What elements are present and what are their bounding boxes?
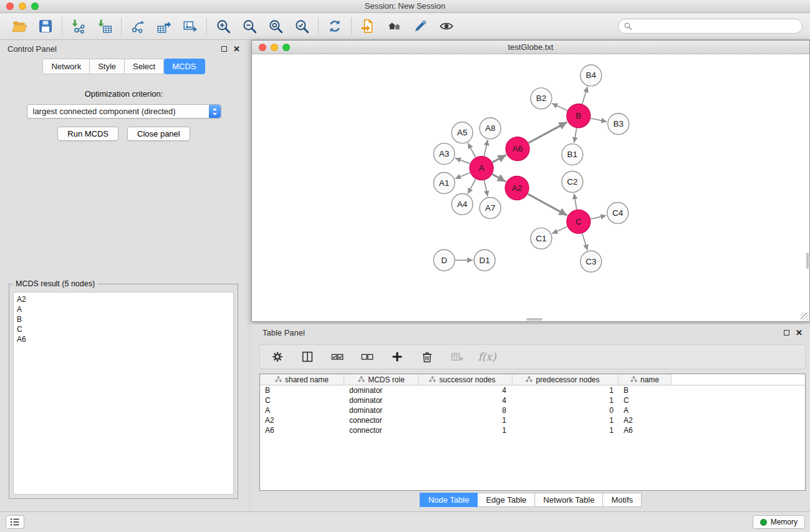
optimization-dropdown[interactable]: largest connected component (directed)	[27, 104, 221, 118]
graph-edge-A-A6[interactable]	[493, 155, 506, 163]
export-image-button[interactable]	[177, 15, 203, 37]
mcds-result-list[interactable]: A2ABCA6	[13, 292, 234, 495]
table-row[interactable]: A2connector11A2	[260, 415, 805, 425]
refresh-layout-button[interactable]	[322, 15, 348, 37]
graph-node-B3[interactable]: B3	[608, 114, 629, 135]
close-panel-button[interactable]: Close panel	[127, 127, 190, 141]
import-network-button[interactable]	[65, 15, 92, 37]
graph-edge-A-A3[interactable]	[455, 158, 470, 163]
delete-table-button-disabled[interactable]	[448, 348, 466, 365]
minimize-window-button[interactable]	[19, 2, 26, 10]
tab-motifs[interactable]: Motifs	[603, 493, 642, 507]
graph-node-A3[interactable]: A3	[433, 143, 455, 165]
graph-node-D[interactable]: D	[433, 249, 455, 271]
table-settings-button[interactable]	[269, 348, 286, 365]
graph-edge-A-A2[interactable]	[493, 174, 506, 181]
float-panel-icon[interactable]	[221, 46, 227, 52]
mcds-result-item[interactable]: B	[17, 314, 230, 324]
network-zoom-button[interactable]	[282, 44, 290, 51]
graph-edge-A-A7[interactable]	[484, 180, 488, 196]
column-header[interactable]: predecessor nodes	[513, 374, 619, 385]
close-panel-icon[interactable]: ✕	[233, 45, 240, 53]
graph-node-A5[interactable]: A5	[451, 122, 473, 143]
zoom-out-button[interactable]	[236, 15, 263, 37]
close-table-panel-icon[interactable]: ✕	[796, 329, 803, 337]
graph-edge-B-B2[interactable]	[552, 104, 567, 110]
column-header[interactable]: shared name	[260, 374, 344, 385]
open-in-browser-button[interactable]	[355, 15, 381, 37]
zoom-in-button[interactable]	[210, 15, 236, 37]
graph-node-A4[interactable]: A4	[451, 193, 473, 215]
open-session-button[interactable]	[6, 15, 32, 37]
select-columns-button[interactable]	[299, 348, 316, 365]
column-header[interactable]: MCDS role	[344, 374, 419, 385]
graph-node-A8[interactable]: A8	[480, 118, 501, 139]
graph-edge-A-A1[interactable]	[455, 173, 470, 178]
float-table-panel-icon[interactable]	[784, 330, 789, 336]
task-history-button[interactable]	[6, 515, 24, 529]
toggle-visibility-button[interactable]	[433, 15, 460, 37]
network-minimize-button[interactable]	[271, 44, 278, 51]
mcds-result-item[interactable]: A	[17, 304, 230, 314]
deselect-all-rows-button[interactable]	[359, 348, 376, 365]
graph-node-C2[interactable]: C2	[562, 172, 583, 193]
graph-node-B[interactable]: B	[567, 104, 591, 128]
graph-edge-A-A8[interactable]	[484, 140, 488, 156]
graph-edge-C-C1[interactable]	[552, 227, 567, 234]
tab-style[interactable]: Style	[90, 59, 125, 74]
table-row[interactable]: A6connector11A6	[260, 425, 805, 435]
tab-mcds[interactable]: MCDS	[164, 59, 205, 74]
graph-node-C1[interactable]: C1	[531, 228, 552, 249]
graph-node-B2[interactable]: B2	[531, 88, 552, 109]
graph-edge-B-B3[interactable]	[591, 118, 607, 122]
tab-edge-table[interactable]: Edge Table	[478, 493, 535, 507]
horizontal-scroll-nub[interactable]	[526, 318, 542, 321]
network-canvas[interactable]: B4B2BB3A5A8A6A3B1AC2A1A2A4A7C4CC1DD1C3	[252, 55, 809, 321]
delete-column-button[interactable]	[418, 348, 436, 365]
save-session-button[interactable]	[32, 15, 59, 37]
mcds-result-item[interactable]: A6	[17, 334, 230, 344]
graph-edge-C-C4[interactable]	[591, 215, 606, 219]
graph-node-C3[interactable]: C3	[581, 251, 602, 272]
graph-node-B1[interactable]: B1	[562, 144, 583, 165]
graph-node-A1[interactable]: A1	[433, 173, 455, 194]
zoom-fit-button[interactable]	[263, 15, 289, 37]
graph-edge-A-A5[interactable]	[468, 143, 475, 157]
column-header[interactable]: successor nodes	[419, 374, 513, 385]
graph-node-A7[interactable]: A7	[480, 197, 501, 218]
tab-node-table[interactable]: Node Table	[420, 493, 478, 507]
table-row[interactable]: Cdominator41C	[260, 395, 805, 405]
table-row[interactable]: Bdominator41B	[260, 385, 805, 395]
graph-node-B4[interactable]: B4	[581, 65, 602, 86]
tab-network-table[interactable]: Network Table	[535, 493, 603, 507]
export-network-button[interactable]	[125, 15, 151, 37]
tab-select[interactable]: Select	[125, 59, 164, 74]
resize-grip[interactable]	[801, 312, 809, 321]
graph-edge-B-B1[interactable]	[574, 128, 577, 142]
vertical-scroll-nub[interactable]	[806, 253, 809, 269]
export-table-button[interactable]	[151, 15, 177, 37]
graph-edge-B-B4[interactable]	[582, 87, 587, 104]
function-builder-button-disabled[interactable]: f(x)	[478, 348, 496, 365]
import-table-button[interactable]	[92, 15, 118, 37]
graph-node-C[interactable]: C	[567, 210, 591, 233]
graph-edge-C-C2[interactable]	[574, 193, 577, 209]
network-close-button[interactable]	[259, 44, 266, 51]
table-row[interactable]: Adominator80A	[260, 405, 805, 415]
graph-node-C4[interactable]: C4	[607, 202, 629, 223]
column-header[interactable]: name	[619, 374, 672, 385]
style-brush-button[interactable]	[407, 15, 433, 37]
search-input[interactable]	[618, 19, 803, 34]
graph-node-A[interactable]: A	[470, 157, 493, 180]
graph-node-A6[interactable]: A6	[506, 137, 529, 161]
show-panels-button[interactable]	[381, 15, 407, 37]
close-window-button[interactable]	[6, 2, 14, 10]
run-mcds-button[interactable]: Run MCDS	[57, 127, 118, 141]
mcds-result-item[interactable]: A2	[17, 294, 230, 304]
tab-network[interactable]: Network	[42, 59, 90, 74]
graph-node-A2[interactable]: A2	[505, 177, 529, 200]
graph-edge-A-A4[interactable]	[468, 179, 476, 194]
graph-edge-A6-B[interactable]	[529, 122, 567, 143]
graph-edge-A2-C[interactable]	[528, 194, 567, 215]
memory-button[interactable]: Memory	[753, 515, 805, 529]
